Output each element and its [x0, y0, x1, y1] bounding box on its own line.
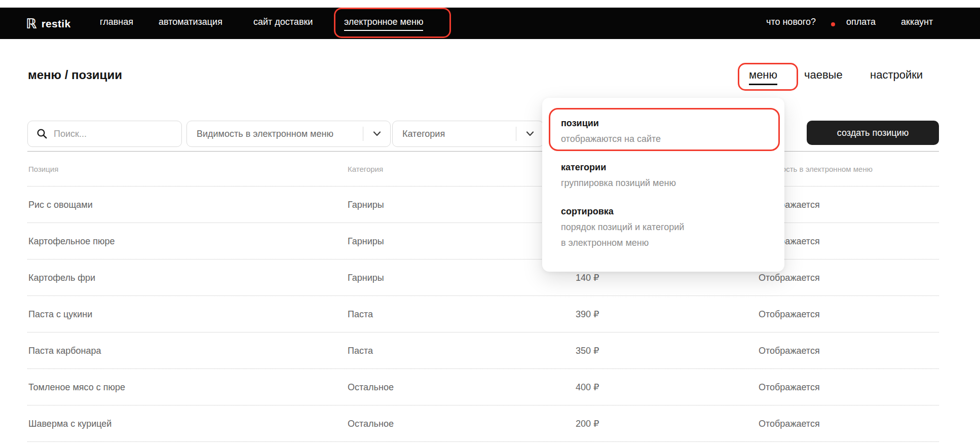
whats-new-notification-dot: [831, 22, 835, 26]
dropdown-item-title: сортировка: [561, 203, 684, 219]
chevron-down-icon[interactable]: [516, 131, 543, 136]
cell-category: Гарниры: [348, 236, 384, 246]
cell-category: Гарниры: [348, 199, 384, 210]
table-row[interactable]: Картофельное пюре Гарниры Отображается: [27, 223, 939, 260]
nav-item-whats-new[interactable]: что нового?: [766, 17, 816, 26]
search-box: [27, 121, 182, 147]
table-row[interactable]: Шаверма с курицей Остальное 200 ₽ Отобра…: [27, 405, 939, 442]
page-title: меню / позиции: [28, 68, 122, 82]
create-position-button[interactable]: создать позицию: [807, 121, 939, 145]
cell-visibility: Отображается: [759, 382, 820, 392]
visibility-filter-label: Видимость в электронном меню: [187, 129, 363, 139]
table-header-row: Позиция Категория Видимость в электронно…: [27, 151, 939, 187]
cell-price: 200 ₽: [576, 418, 599, 429]
cell-price: 390 ₽: [576, 309, 599, 320]
cell-visibility: Отображается: [759, 418, 820, 429]
column-header-position: Позиция: [28, 165, 58, 173]
dropdown-item-subtitle: отображаются на сайте: [561, 131, 661, 147]
cell-price: 350 ₽: [576, 345, 599, 356]
restik-logo-icon: ℝ: [26, 17, 37, 30]
cell-visibility: Отображается: [759, 272, 820, 283]
category-filter-dropdown[interactable]: Категория: [392, 121, 544, 147]
cell-position-name: Рис с овощами: [28, 199, 93, 210]
nav-item-main[interactable]: главная: [100, 17, 133, 26]
tab-tips[interactable]: чаевые: [804, 69, 843, 81]
menu-tab-dropdown-panel: позиции отображаются на сайте категории …: [542, 98, 784, 272]
cell-price: 140 ₽: [576, 272, 599, 283]
restik-logo-text: restik: [42, 17, 71, 29]
nav-item-automation[interactable]: автоматизация: [159, 17, 222, 26]
cell-position-name: Томленое мясо с пюре: [28, 382, 125, 392]
cell-position-name: Паста с цукини: [28, 309, 92, 319]
restik-menu-positions-page: ℝ restik главная автоматизация сайт дост…: [0, 0, 980, 444]
table-row[interactable]: Томленое мясо с пюре Остальное 400 ₽ Ото…: [27, 369, 939, 405]
table-row[interactable]: Картофель фри Гарниры 140 ₽ Отображается: [27, 260, 939, 296]
dropdown-item-title: категории: [561, 159, 676, 175]
cell-position-name: Паста карбонара: [28, 345, 101, 356]
cell-position-name: Картофель фри: [28, 272, 95, 283]
column-header-category: Категория: [348, 165, 383, 173]
nav-item-delivery-site[interactable]: сайт доставки: [253, 17, 313, 26]
cell-category: Паста: [348, 309, 373, 319]
cell-category: Гарниры: [348, 272, 384, 283]
chevron-down-icon[interactable]: [363, 131, 390, 136]
cell-category: Остальное: [348, 382, 394, 392]
dropdown-item-subtitle: группировка позиций меню: [561, 175, 676, 191]
nav-item-payment[interactable]: оплата: [846, 17, 876, 26]
table-row[interactable]: Паста с цукини Паста 390 ₽ Отображается: [27, 296, 939, 332]
tab-menu[interactable]: меню: [749, 69, 777, 85]
positions-table: Позиция Категория Видимость в электронно…: [27, 151, 939, 442]
table-row[interactable]: Паста карбонара Паста 350 ₽ Отображается: [27, 332, 939, 369]
cell-visibility: Отображается: [759, 309, 820, 319]
restik-logo[interactable]: ℝ restik: [26, 17, 70, 30]
search-icon: [36, 128, 48, 139]
top-navbar: ℝ restik главная автоматизация сайт дост…: [0, 8, 980, 39]
table-row[interactable]: Рис с овощами Гарниры Отображается: [27, 187, 939, 223]
dropdown-item-sorting[interactable]: сортировка порядок позиций и категорий в…: [561, 203, 684, 251]
cell-price: 400 ₽: [576, 382, 599, 393]
category-filter-label: Категория: [393, 129, 516, 139]
cell-category: Паста: [348, 345, 373, 356]
visibility-filter-dropdown[interactable]: Видимость в электронном меню: [186, 121, 391, 147]
dropdown-item-title: позиции: [561, 115, 661, 131]
cell-position-name: Картофельное пюре: [28, 236, 115, 246]
dropdown-item-positions[interactable]: позиции отображаются на сайте: [561, 115, 661, 147]
cell-category: Остальное: [348, 418, 394, 429]
cell-visibility: Отображается: [759, 345, 820, 356]
dropdown-item-subtitle: порядок позиций и категорий в электронно…: [561, 219, 684, 251]
tab-settings[interactable]: настройки: [870, 69, 923, 81]
search-input[interactable]: [54, 129, 174, 139]
nav-item-electronic-menu[interactable]: электронное меню: [344, 17, 423, 31]
dropdown-item-categories[interactable]: категории группировка позиций меню: [561, 159, 676, 191]
nav-item-account[interactable]: аккаунт: [901, 17, 933, 26]
cell-position-name: Шаверма с курицей: [28, 418, 111, 429]
